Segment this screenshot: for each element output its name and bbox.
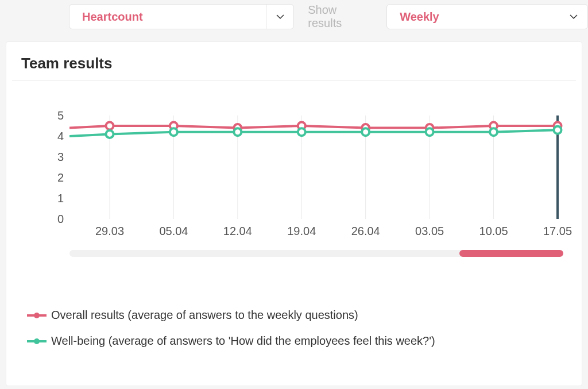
svg-point-26 <box>34 313 40 318</box>
x-axis-ticks: 29.0305.0412.0419.0426.0403.0510.0517.05 <box>69 225 563 242</box>
period-select-value: Weekly <box>387 10 560 24</box>
chart-svg <box>69 115 563 219</box>
x-tick-label: 19.04 <box>287 225 316 238</box>
svg-point-18 <box>170 128 177 136</box>
time-scrollbar[interactable] <box>69 250 563 257</box>
y-tick-label: 1 <box>29 192 64 205</box>
x-tick-label: 29.03 <box>95 225 124 238</box>
legend: Overall results (average of answers to t… <box>27 309 582 348</box>
y-tick-label: 5 <box>29 109 64 122</box>
show-results-label: Show results <box>308 3 373 30</box>
legend-swatch-overall <box>27 311 47 319</box>
svg-point-22 <box>426 128 434 136</box>
svg-point-24 <box>554 126 562 134</box>
legend-label-overall: Overall results (average of answers to t… <box>51 309 358 322</box>
y-axis-ticks: 012345 <box>29 115 67 219</box>
svg-point-21 <box>362 128 369 136</box>
y-tick-label: 2 <box>29 171 64 184</box>
team-select-value: Heartcount <box>69 10 266 24</box>
y-tick-label: 3 <box>29 151 64 164</box>
x-tick-label: 05.04 <box>159 225 188 238</box>
x-tick-label: 12.04 <box>223 225 252 238</box>
svg-point-9 <box>106 122 114 130</box>
legend-item-wellbeing: Well-being (average of answers to 'How d… <box>27 334 582 348</box>
page-title: Team results <box>6 42 582 80</box>
svg-point-19 <box>234 128 241 136</box>
results-card: Team results 012345 29.0305.0412.0419.04… <box>6 41 582 386</box>
legend-swatch-wellbeing <box>27 337 47 345</box>
filter-bar: Heartcount Show results Weekly <box>0 0 588 33</box>
scrollbar-thumb[interactable] <box>459 250 563 257</box>
plot-area[interactable] <box>69 115 563 219</box>
svg-point-17 <box>106 130 114 138</box>
team-select[interactable]: Heartcount <box>69 4 294 29</box>
x-tick-label: 26.04 <box>351 225 380 238</box>
chevron-down-icon <box>560 5 587 29</box>
divider <box>12 80 576 81</box>
svg-point-28 <box>34 338 40 344</box>
legend-item-overall: Overall results (average of answers to t… <box>27 309 582 322</box>
chevron-down-icon <box>266 5 293 29</box>
chart: 012345 29.0305.0412.0419.0426.0403.0510.… <box>29 104 581 271</box>
x-tick-label: 03.05 <box>415 225 444 238</box>
svg-point-20 <box>298 128 305 136</box>
y-tick-label: 0 <box>29 213 64 226</box>
x-tick-label: 17.05 <box>543 225 572 238</box>
legend-label-wellbeing: Well-being (average of answers to 'How d… <box>51 334 435 348</box>
x-tick-label: 10.05 <box>479 225 508 238</box>
period-select[interactable]: Weekly <box>386 4 588 29</box>
y-tick-label: 4 <box>29 130 64 143</box>
svg-point-23 <box>490 128 497 136</box>
